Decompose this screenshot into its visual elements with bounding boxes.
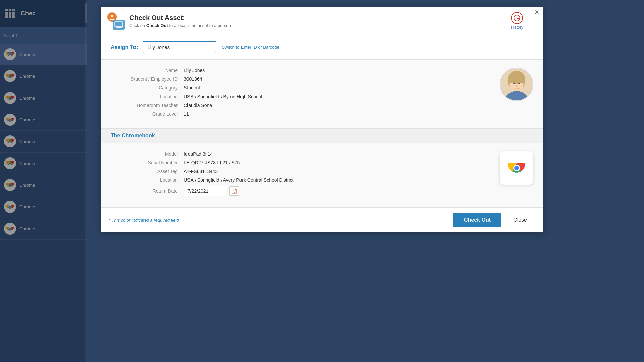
history-clock-icon bbox=[511, 12, 523, 24]
modal-footer: * This color indicates a required field … bbox=[101, 207, 543, 232]
assign-to-section: Assign To: Switch to Enter ID or Barcode bbox=[101, 35, 543, 60]
modal-header-left: Check Out Asset: Click on Check Out to a… bbox=[107, 12, 231, 30]
serial-label: Serial Number bbox=[111, 160, 178, 165]
category-value: Student bbox=[184, 85, 200, 90]
modal-close-x-button[interactable]: ✕ bbox=[534, 9, 539, 15]
return-date-label: Return Date bbox=[111, 188, 178, 194]
person-info-card: Name Lily Jones Student / Employee ID 30… bbox=[101, 60, 543, 128]
person-category-row: Category Student bbox=[111, 85, 500, 90]
assign-to-label: Assign To: bbox=[111, 44, 138, 50]
required-asterisk: * bbox=[109, 218, 112, 223]
modal-overlay: Check Out Asset: Click on Check Out to a… bbox=[0, 0, 644, 362]
svg-point-42 bbox=[518, 83, 520, 85]
modal-title: Check Out Asset: bbox=[129, 14, 231, 22]
asset-fields: Model IdeaPad 3i 14 Serial Number LE-QD2… bbox=[111, 151, 500, 199]
svg-point-54 bbox=[514, 166, 519, 170]
person-fields: Name Lily Jones Student / Employee ID 30… bbox=[111, 68, 500, 120]
assign-to-input[interactable] bbox=[143, 41, 216, 53]
checkout-icon bbox=[107, 12, 125, 30]
close-button[interactable]: Close bbox=[505, 213, 535, 227]
avatar-container bbox=[500, 68, 533, 101]
asset-location-row: Location USA \ Springfield \ Avery Park … bbox=[111, 177, 500, 183]
location-label: Location bbox=[111, 94, 178, 99]
history-label: History bbox=[511, 25, 523, 30]
model-value: IdeaPad 3i 14 bbox=[184, 151, 213, 157]
required-suffix: indicates a required field bbox=[130, 218, 179, 223]
serial-value: LE-QD27-JS78-LL21-JS75 bbox=[184, 160, 240, 165]
grade-label: Grade Level bbox=[111, 111, 178, 117]
grade-row: Grade Level 11 bbox=[111, 111, 500, 117]
chromebook-asset-icon bbox=[500, 151, 533, 185]
modal-subtitle: Click on Check Out to allocate the asset… bbox=[129, 23, 231, 28]
person-name-row: Name Lily Jones bbox=[111, 68, 500, 73]
switch-to-id-link[interactable]: Switch to Enter ID or Barcode bbox=[222, 45, 279, 50]
asset-location-value: USA \ Springfield \ Avery Park Central S… bbox=[184, 177, 293, 183]
asset-tag-row: Asset Tag AT-FS83113443 bbox=[111, 169, 500, 174]
modal-body: Assign To: Switch to Enter ID or Barcode… bbox=[101, 35, 543, 207]
location-value: USA \ Springfield \ Byron High School bbox=[184, 94, 262, 99]
history-button[interactable]: History bbox=[511, 12, 523, 30]
chromebook-section-title: The Chromebook bbox=[111, 133, 155, 138]
person-location-row: Location USA \ Springfield \ Byron High … bbox=[111, 94, 500, 99]
student-id-value: 3001364 bbox=[184, 76, 202, 82]
checkout-modal: Check Out Asset: Click on Check Out to a… bbox=[101, 7, 543, 232]
person-avatar bbox=[500, 68, 533, 101]
checkout-action-label: Check Out bbox=[146, 23, 168, 28]
asset-location-label: Location bbox=[111, 177, 178, 183]
return-date-row: Return Date bbox=[111, 186, 500, 196]
modal-header: Check Out Asset: Click on Check Out to a… bbox=[101, 7, 543, 35]
calendar-button[interactable] bbox=[229, 186, 239, 196]
homeroom-row: Homeroom Teacher Claudia Sona bbox=[111, 103, 500, 108]
modal-title-block: Check Out Asset: Click on Check Out to a… bbox=[129, 14, 231, 28]
asset-tag-label: Asset Tag bbox=[111, 169, 178, 174]
return-date-input[interactable] bbox=[184, 186, 227, 196]
svg-rect-48 bbox=[234, 191, 235, 191]
svg-point-31 bbox=[514, 15, 520, 21]
name-value: Lily Jones bbox=[184, 68, 205, 73]
asset-tag-value: AT-FS83113443 bbox=[184, 169, 218, 174]
asset-info-card: Model IdeaPad 3i 14 Serial Number LE-QD2… bbox=[101, 143, 543, 207]
student-id-label: Student / Employee ID bbox=[111, 76, 178, 82]
checkout-button[interactable]: Check Out bbox=[453, 213, 501, 227]
model-label: Model bbox=[111, 151, 178, 157]
category-label: Category bbox=[111, 85, 178, 90]
serial-row: Serial Number LE-QD27-JS78-LL21-JS75 bbox=[111, 160, 500, 165]
svg-rect-51 bbox=[234, 192, 235, 193]
homeroom-value: Claudia Sona bbox=[184, 103, 212, 108]
device-icon bbox=[113, 20, 125, 30]
model-row: Model IdeaPad 3i 14 bbox=[111, 151, 500, 157]
required-color-text: This color bbox=[112, 218, 130, 223]
required-field-note: * This color indicates a required field bbox=[109, 218, 179, 223]
grade-value: 11 bbox=[184, 111, 189, 117]
footer-buttons: Check Out Close bbox=[453, 213, 535, 227]
svg-point-27 bbox=[111, 15, 113, 17]
name-label: Name bbox=[111, 68, 178, 73]
homeroom-label: Homeroom Teacher bbox=[111, 103, 178, 108]
svg-rect-50 bbox=[233, 192, 233, 193]
svg-rect-47 bbox=[233, 191, 233, 191]
person-id-row: Student / Employee ID 3001364 bbox=[111, 76, 500, 82]
asset-icon-container bbox=[500, 151, 533, 185]
chromebook-section-divider: The Chromebook bbox=[101, 128, 543, 143]
svg-rect-28 bbox=[115, 22, 123, 27]
svg-point-41 bbox=[513, 83, 515, 85]
svg-rect-49 bbox=[235, 191, 236, 191]
